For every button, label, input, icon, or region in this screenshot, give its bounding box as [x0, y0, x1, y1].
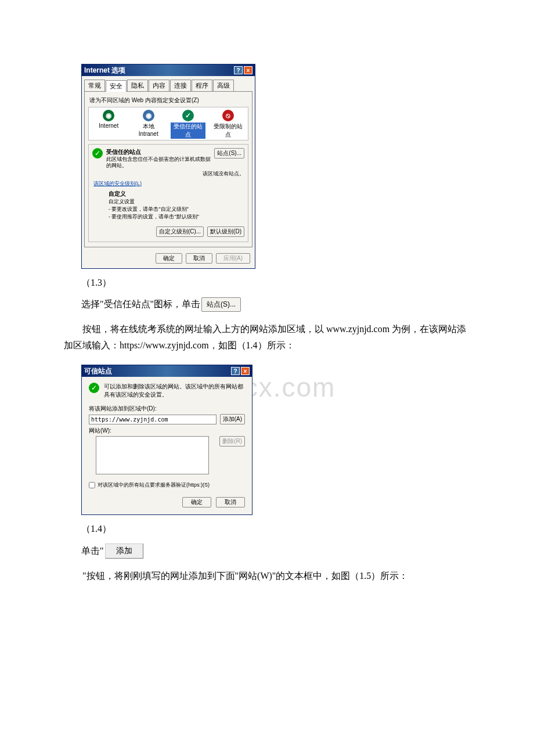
zone-instruction: 请为不同区域的 Web 内容指定安全设置(Z): [89, 96, 248, 105]
security-level-link[interactable]: 该区域的安全级别(L): [93, 180, 244, 188]
instruction-line-3: 单击" 添加: [81, 543, 470, 559]
titlebar: Internet 选项 ? ×: [82, 64, 255, 76]
instruction-para-4: "按钮，将刚刚填写的网址添加到下面"网站(W)"的文本框中，如图（1.5）所示：: [64, 568, 470, 585]
ok-button[interactable]: 确定: [182, 497, 211, 507]
remove-button[interactable]: 删除(R): [219, 436, 245, 447]
zone-label: Internet: [91, 123, 126, 129]
add-button-inline: 添加: [105, 543, 143, 559]
zone-intranet[interactable]: ◉ 本地Intranet: [131, 110, 166, 139]
tab-general[interactable]: 常规: [84, 80, 105, 91]
tab-security[interactable]: 安全: [106, 80, 127, 92]
trusted-check-icon: ✓: [89, 383, 99, 393]
zone-label: 受信任的站点: [171, 123, 205, 139]
sites-label: 网站(W):: [89, 427, 245, 435]
zone-status: 该区域没有站点。: [92, 170, 244, 178]
trusted-sites-dialog: 可信站点 ? × ✓ 可以添加和删除该区域的网站。该区域中的所有网站都具有该区域…: [81, 365, 252, 515]
custom-title: 自定义: [109, 190, 244, 198]
intranet-icon: ◉: [143, 110, 154, 121]
globe-icon: ◉: [103, 110, 114, 121]
add-label: 将该网站添加到区域中(D):: [89, 405, 245, 413]
dialog-desc-row: ✓ 可以添加和删除该区域的网站。该区域中的所有网站都具有该区域的安全设置。: [82, 377, 252, 402]
check-icon: ✓: [182, 110, 194, 121]
zone-restricted[interactable]: ⦸ 受限制的站点: [211, 110, 246, 139]
figure-label-1-4: （1.4）: [81, 523, 470, 535]
dialog-footer: 确定 取消 应用(A): [82, 250, 255, 268]
default-level-button[interactable]: 默认级别(D): [207, 226, 244, 237]
tab-advanced[interactable]: 高级: [213, 80, 234, 91]
apply-button[interactable]: 应用(A): [216, 253, 250, 264]
text: 选择"受信任站点"图标，单击: [81, 298, 200, 311]
tab-programs[interactable]: 程序: [192, 80, 212, 91]
trusted-desc: 此区域包含您信任不会损害您的计算机或数据的网站。: [106, 156, 211, 169]
zone-trusted[interactable]: ✓ 受信任的站点: [171, 110, 205, 139]
zone-label: 受限制的站点: [211, 123, 246, 139]
help-icon[interactable]: ?: [234, 66, 243, 74]
sites-button-inline: 站点(S)...: [201, 297, 241, 312]
custom-line: - 要使用推荐的设置，请单击"默认级别": [109, 213, 244, 221]
dialog-desc: 可以添加和删除该区域的网站。该区域中的所有网站都具有该区域的安全设置。: [104, 383, 245, 399]
custom-line: - 要更改设置，请单击"自定义级别": [109, 206, 244, 213]
help-icon[interactable]: ?: [231, 367, 240, 375]
cancel-button[interactable]: 取消: [186, 253, 212, 264]
tab-connections[interactable]: 连接: [170, 80, 191, 91]
zone-list: ◉ Internet ◉ 本地Intranet ✓ 受信任的站点 ⦸ 受限制的站…: [88, 107, 248, 141]
close-icon[interactable]: ×: [241, 367, 250, 375]
https-check-row: 对该区域中的所有站点要求服务器验证(https:)(S): [89, 481, 245, 489]
instruction-para-2: 按钮，将在线统考系统的网址输入上方的网站添加区域，以 www.zyjnjd.co…: [64, 321, 470, 355]
dialog-title: Internet 选项: [84, 66, 233, 75]
dialog-title: 可信站点: [84, 366, 230, 376]
close-icon[interactable]: ×: [244, 66, 252, 74]
add-button[interactable]: 添加(A): [220, 414, 245, 424]
sites-list[interactable]: [96, 436, 209, 474]
zone-detail-group: ✓ 受信任的站点 此区域包含您信任不会损害您的计算机或数据的网站。 站点(S).…: [88, 144, 248, 242]
tabstrip: 常规 安全 隐私 内容 连接 程序 高级: [82, 77, 255, 91]
dialog-footer: 确定 取消: [82, 494, 252, 514]
trusted-check-icon: ✓: [92, 148, 103, 159]
https-checkbox[interactable]: [89, 482, 95, 488]
trusted-title: 受信任的站点: [106, 148, 211, 156]
tab-privacy[interactable]: 隐私: [127, 80, 148, 91]
tab-content[interactable]: 内容: [149, 80, 169, 91]
cancel-button[interactable]: 取消: [216, 497, 245, 507]
figure-label-1-3: （1.3）: [81, 277, 470, 289]
security-panel: 请为不同区域的 Web 内容指定安全设置(Z) ◉ Internet ◉ 本地I…: [84, 91, 252, 247]
text: 单击": [81, 545, 104, 557]
custom-level-button[interactable]: 自定义级别(C)...: [156, 226, 204, 237]
internet-options-dialog: Internet 选项 ? × 常规 安全 隐私 内容 连接 程序 高级 请为不…: [81, 64, 255, 269]
zone-internet[interactable]: ◉ Internet: [91, 110, 126, 139]
titlebar: 可信站点 ? ×: [82, 365, 252, 377]
site-input[interactable]: [89, 415, 217, 424]
ok-button[interactable]: 确定: [156, 253, 182, 264]
instruction-line-1: 选择"受信任站点"图标，单击 站点(S)...: [81, 297, 470, 312]
minus-icon: ⦸: [222, 110, 234, 121]
https-check-label: 对该区域中的所有站点要求服务器验证(https:)(S): [98, 481, 210, 489]
custom-line: 自定义设置: [109, 198, 244, 206]
sites-button[interactable]: 站点(S)...: [214, 148, 244, 159]
custom-block: 自定义 自定义设置 - 要更改设置，请单击"自定义级别" - 要使用推荐的设置，…: [109, 190, 244, 221]
zone-label: 本地Intranet: [131, 123, 166, 137]
